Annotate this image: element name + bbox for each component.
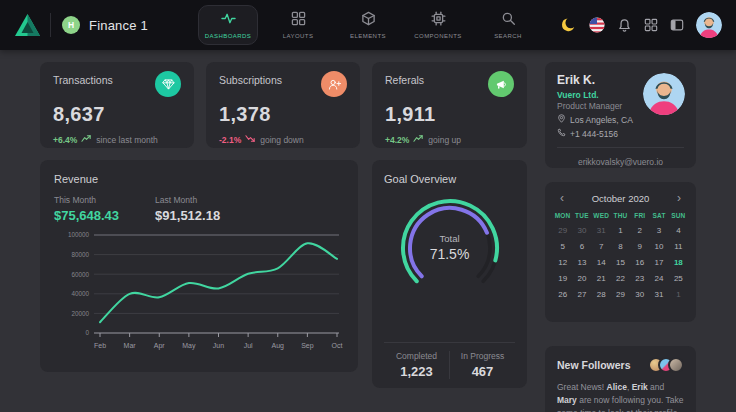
followers-text: Great News! xyxy=(557,382,607,392)
nav-item-elements[interactable]: ELEMENTS xyxy=(338,5,398,45)
svg-text:Sep: Sep xyxy=(301,342,314,350)
trend-percent: +4.2% xyxy=(385,135,409,145)
calendar-day[interactable]: 7 xyxy=(592,242,611,251)
moon-icon[interactable] xyxy=(561,17,577,33)
svg-text:Mar: Mar xyxy=(124,342,137,349)
last-month-value: $91,512.18 xyxy=(155,208,220,223)
page-title: Finance 1 xyxy=(89,18,148,33)
calendar-day[interactable]: 21 xyxy=(592,274,611,283)
calendar-day[interactable]: 14 xyxy=(592,258,611,267)
calendar-day-header: SAT xyxy=(649,212,668,219)
follower-name: Alice xyxy=(607,382,627,392)
calendar-next-icon[interactable]: › xyxy=(675,192,683,204)
follower-name: Erik xyxy=(632,382,648,392)
card-title: Goal Overview xyxy=(384,173,515,185)
calendar-day[interactable]: 18 xyxy=(669,258,688,267)
megaphone-icon xyxy=(488,71,514,97)
calendar-day[interactable]: 6 xyxy=(572,242,591,251)
finance-dashboard: { "colors": { "page_bg": "#323237", "car… xyxy=(0,0,736,412)
calendar-prev-icon[interactable]: ‹ xyxy=(558,192,566,204)
calendar-day[interactable]: 28 xyxy=(592,290,611,299)
calendar-day[interactable]: 31 xyxy=(649,290,668,299)
calendar-day[interactable]: 1 xyxy=(611,226,630,235)
nav-item-components[interactable]: COMPONENTS xyxy=(408,5,468,45)
profile-location: Los Angeles, CA xyxy=(570,115,633,125)
top-navbar: H Finance 1 DASHBOARDS LAYOUTS ELEMENTS xyxy=(0,0,736,50)
svg-text:Oct: Oct xyxy=(332,342,343,349)
svg-text:Aug: Aug xyxy=(272,342,285,350)
calendar-day-header: THU xyxy=(611,212,630,219)
calendar-day[interactable]: 17 xyxy=(649,258,668,267)
calendar-day[interactable]: 29 xyxy=(553,226,572,235)
calendar-day[interactable]: 25 xyxy=(669,274,688,283)
calendar-grid: MONTUEWEDTHUFRISATSUN2930311234567891011… xyxy=(553,212,688,299)
calendar-day[interactable]: 27 xyxy=(572,290,591,299)
svg-text:Jun: Jun xyxy=(213,342,224,349)
stat-value: 1,378 xyxy=(219,103,347,126)
calendar-day[interactable]: 10 xyxy=(649,242,668,251)
gauge-label: Total xyxy=(389,233,511,244)
profile-avatar[interactable] xyxy=(643,73,685,115)
user-avatar[interactable] xyxy=(696,12,722,38)
nav-item-label: COMPONENTS xyxy=(414,33,462,39)
calendar-day[interactable]: 24 xyxy=(649,274,668,283)
calendar-day[interactable]: 22 xyxy=(611,274,630,283)
calendar-day[interactable]: 1 xyxy=(669,290,688,299)
completed-stat: Completed 1,223 xyxy=(384,351,449,379)
calendar-day-header: TUE xyxy=(572,212,591,219)
us-flag-icon[interactable] xyxy=(589,17,605,33)
profile-email[interactable]: erikkovalsky@vuero.io xyxy=(557,147,684,167)
inprogress-label: In Progress xyxy=(450,351,515,361)
nav-item-label: SEARCH xyxy=(494,33,522,39)
calendar-day[interactable]: 13 xyxy=(572,258,591,267)
nav-item-dashboards[interactable]: DASHBOARDS xyxy=(198,5,258,45)
calendar-day[interactable]: 23 xyxy=(630,274,649,283)
nav-item-layouts[interactable]: LAYOUTS xyxy=(268,5,328,45)
calendar-day[interactable]: 2 xyxy=(630,226,649,235)
stat-title: Referals xyxy=(385,74,424,86)
calendar-day[interactable]: 19 xyxy=(553,274,572,283)
this-month-stat: This Month $75,648.43 xyxy=(54,195,119,223)
follower-avatars xyxy=(648,357,684,373)
calendar-day[interactable]: 30 xyxy=(630,290,649,299)
follower-avatar-mary[interactable] xyxy=(668,357,684,373)
card-title: Revenue xyxy=(54,173,344,185)
grid-icon xyxy=(291,11,306,30)
followers-text: and xyxy=(648,382,665,392)
calendar-card: ‹ October 2020 › MONTUEWEDTHUFRISATSUN29… xyxy=(545,182,696,322)
box-icon xyxy=(361,11,376,30)
trend-down-icon xyxy=(245,134,256,145)
svg-text:100000: 100000 xyxy=(68,231,90,238)
bell-icon[interactable] xyxy=(617,18,632,33)
follower-name: Mary xyxy=(557,395,577,405)
calendar-day[interactable]: 26 xyxy=(553,290,572,299)
svg-text:Jul: Jul xyxy=(244,342,253,349)
brand-area: H Finance 1 xyxy=(14,13,148,37)
completed-value: 1,223 xyxy=(384,364,449,379)
vuero-logo[interactable] xyxy=(14,13,41,37)
calendar-day[interactable]: 4 xyxy=(669,226,688,235)
project-badge[interactable]: H xyxy=(62,16,80,34)
calendar-day[interactable]: 15 xyxy=(611,258,630,267)
calendar-day[interactable]: 9 xyxy=(630,242,649,251)
calendar-day[interactable]: 5 xyxy=(553,242,572,251)
calendar-day[interactable]: 11 xyxy=(669,242,688,251)
user-plus-icon xyxy=(321,71,347,97)
calendar-day[interactable]: 20 xyxy=(572,274,591,283)
calendar-day[interactable]: 16 xyxy=(630,258,649,267)
panel-icon[interactable] xyxy=(670,18,684,32)
calendar-day[interactable]: 30 xyxy=(572,226,591,235)
trend-up-icon xyxy=(81,134,92,145)
location-pin-icon xyxy=(557,114,566,125)
nav-item-label: LAYOUTS xyxy=(283,33,314,39)
calendar-day[interactable]: 3 xyxy=(649,226,668,235)
calendar-day[interactable]: 29 xyxy=(611,290,630,299)
last-month-stat: Last Month $91,512.18 xyxy=(155,195,220,223)
calendar-day[interactable]: 8 xyxy=(611,242,630,251)
calendar-day[interactable]: 31 xyxy=(592,226,611,235)
nav-item-search[interactable]: SEARCH xyxy=(478,5,538,45)
calendar-day-header: FRI xyxy=(630,212,649,219)
apps-icon[interactable] xyxy=(644,18,658,32)
trend-note: going up xyxy=(428,135,461,145)
calendar-day[interactable]: 12 xyxy=(553,258,572,267)
